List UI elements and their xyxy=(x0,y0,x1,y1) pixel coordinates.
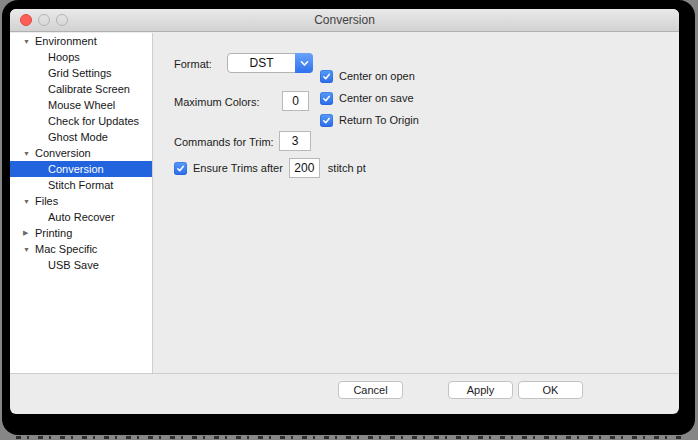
sidebar-item-auto-recover[interactable]: Auto Recover xyxy=(10,209,152,225)
sidebar-item-calibrate-screen[interactable]: Calibrate Screen xyxy=(10,81,152,97)
sidebar-item-label: Mac Specific xyxy=(35,243,97,255)
sidebar-item-printing[interactable]: ▶Printing xyxy=(10,225,152,241)
sidebar-item-ghost-mode[interactable]: Ghost Mode xyxy=(10,129,152,145)
disclosure-expanded-icon[interactable]: ▼ xyxy=(23,198,34,205)
sidebar-item-environment[interactable]: ▼Environment xyxy=(10,33,152,49)
window-title: Conversion xyxy=(10,9,679,31)
ok-button[interactable]: OK xyxy=(518,381,583,399)
sidebar-item-label: Mouse Wheel xyxy=(48,99,115,111)
return-to-origin-label: Return To Origin xyxy=(339,114,419,126)
sidebar-item-label: Grid Settings xyxy=(48,67,112,79)
ensure-trims-label: Ensure Trims after xyxy=(193,162,283,174)
sidebar-item-stitch-format[interactable]: Stitch Format xyxy=(10,177,152,193)
commands-for-trim-input[interactable] xyxy=(279,131,311,151)
sidebar-item-grid-settings[interactable]: Grid Settings xyxy=(10,65,152,81)
center-on-open-checkbox[interactable] xyxy=(320,70,333,83)
sidebar-item-check-for-updates[interactable]: Check for Updates xyxy=(10,113,152,129)
cancel-button[interactable]: Cancel xyxy=(338,381,403,399)
disclosure-expanded-icon[interactable]: ▼ xyxy=(23,246,34,253)
sidebar-item-label: Printing xyxy=(35,227,72,239)
preferences-window: Conversion ▼EnvironmentHoopsGrid Setting… xyxy=(10,9,679,414)
format-dropdown[interactable]: DST xyxy=(227,53,313,73)
chevron-down-icon xyxy=(295,53,313,73)
return-to-origin-row: Return To Origin xyxy=(320,113,419,127)
sidebar-item-mac-specific[interactable]: ▼Mac Specific xyxy=(10,241,152,257)
checkbox-column: Center on openCenter on saveReturn To Or… xyxy=(320,69,419,127)
conversion-settings-panel: Format: DST Maximum Colors: Center on op… xyxy=(153,33,679,373)
disclosure-expanded-icon[interactable]: ▼ xyxy=(23,38,34,45)
screenshot-canvas: Conversion ▼EnvironmentHoopsGrid Setting… xyxy=(0,0,698,440)
apply-button[interactable]: Apply xyxy=(448,381,513,399)
sidebar-item-label: Check for Updates xyxy=(48,115,139,127)
format-label: Format: xyxy=(174,58,212,70)
title-bar[interactable]: Conversion xyxy=(10,9,679,32)
zoom-button[interactable] xyxy=(56,14,68,26)
center-on-save-label: Center on save xyxy=(339,92,414,104)
sidebar-item-label: Calibrate Screen xyxy=(48,83,130,95)
close-button[interactable] xyxy=(20,14,32,26)
ensure-trims-row: Ensure Trims after stitch pt xyxy=(174,158,366,178)
sidebar-item-label: Auto Recover xyxy=(48,211,115,223)
ensure-trims-checkbox[interactable] xyxy=(174,162,187,175)
sidebar-item-conversion[interactable]: Conversion xyxy=(10,161,152,177)
center-on-save-row: Center on save xyxy=(320,91,419,105)
sidebar-item-conversion[interactable]: ▼Conversion xyxy=(10,145,152,161)
maximum-colors-label: Maximum Colors: xyxy=(174,96,260,108)
sidebar-item-label: Hoops xyxy=(48,51,80,63)
sidebar-item-label: USB Save xyxy=(48,259,99,271)
sidebar-item-label: Conversion xyxy=(35,147,91,159)
center-on-open-row: Center on open xyxy=(320,69,419,83)
center-on-save-checkbox[interactable] xyxy=(320,92,333,105)
bottom-edge-texture xyxy=(16,436,682,439)
sidebar-item-hoops[interactable]: Hoops xyxy=(10,49,152,65)
footer-bar: Cancel Apply OK xyxy=(10,373,679,414)
maximum-colors-input[interactable] xyxy=(282,91,309,111)
sidebar-item-usb-save[interactable]: USB Save xyxy=(10,257,152,273)
minimize-button[interactable] xyxy=(38,14,50,26)
commands-for-trim-label: Commands for Trim: xyxy=(174,136,274,148)
sidebar-tree: ▼EnvironmentHoopsGrid SettingsCalibrate … xyxy=(10,33,153,373)
disclosure-collapsed-icon[interactable]: ▶ xyxy=(23,229,34,237)
disclosure-expanded-icon[interactable]: ▼ xyxy=(23,150,34,157)
return-to-origin-checkbox[interactable] xyxy=(320,114,333,127)
sidebar-item-label: Files xyxy=(35,195,58,207)
sidebar-item-mouse-wheel[interactable]: Mouse Wheel xyxy=(10,97,152,113)
sidebar-item-label: Conversion xyxy=(48,163,104,175)
center-on-open-label: Center on open xyxy=(339,70,415,82)
format-dropdown-value: DST xyxy=(228,54,295,72)
sidebar-item-label: Ghost Mode xyxy=(48,131,108,143)
ensure-trims-input[interactable] xyxy=(289,158,320,178)
stitch-pt-label: stitch pt xyxy=(328,162,366,174)
sidebar-item-files[interactable]: ▼Files xyxy=(10,193,152,209)
sidebar-item-label: Environment xyxy=(35,35,97,47)
sidebar-item-label: Stitch Format xyxy=(48,179,113,191)
